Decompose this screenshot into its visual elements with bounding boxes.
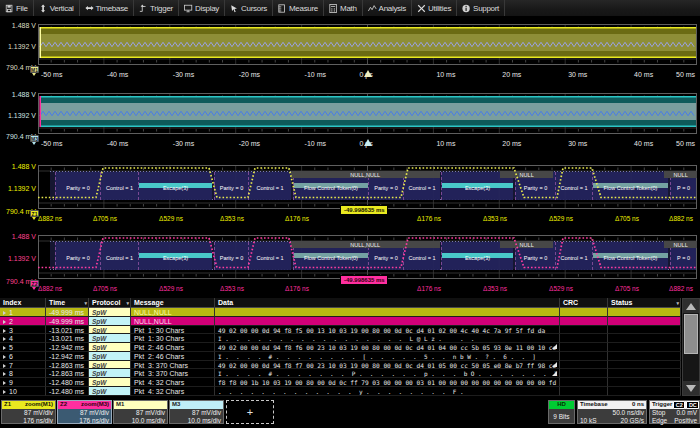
more-data-icon xyxy=(552,362,557,367)
column-header-time[interactable]: Time▾ xyxy=(46,298,89,308)
decode-segment-label: Control = 1 xyxy=(251,185,290,191)
hd-mode-box[interactable]: HD9 Bits xyxy=(548,400,575,424)
trace-badge-Z1[interactable]: Z1 xyxy=(30,210,39,217)
delta-time-label: Δ529 ns xyxy=(549,215,573,223)
x-axis-label: 40 ms xyxy=(634,140,653,148)
timebase-offset: 0 ns xyxy=(632,401,644,409)
plot-area-z1[interactable]: Parity = 0Control = 1Escape(3)Parity = 0… xyxy=(38,165,697,209)
sort-arrow-icon[interactable]: ▾ xyxy=(126,298,129,308)
x-axis-label: -30 ms xyxy=(173,71,194,79)
decode-segment[interactable]: Control = 1 xyxy=(555,172,592,200)
expand-row-icon[interactable] xyxy=(3,320,6,324)
table-row[interactable]: 5-12.942 msSpWPkt 2: 46 Chars49 02 00 00… xyxy=(0,343,681,352)
y-axis-label: 1.1392 V xyxy=(0,112,36,119)
analysis-icon xyxy=(368,4,377,13)
scroll-up-button[interactable] xyxy=(683,299,699,313)
delta-time-label: Δ882 ns xyxy=(38,285,62,293)
decode-segment[interactable]: Control = 1 xyxy=(248,242,291,270)
expand-row-icon[interactable] xyxy=(3,390,6,394)
scroll-down-button[interactable] xyxy=(683,381,699,395)
column-header-data[interactable]: Data xyxy=(215,298,560,308)
decode-segment[interactable]: Escape(3) xyxy=(138,242,212,270)
decode-segment[interactable]: Flow Control Token(0) xyxy=(592,172,668,200)
trigger-icon xyxy=(139,4,148,13)
cell-protocol: SpW xyxy=(89,334,131,343)
delta-time-label: Δ705 ns xyxy=(615,215,639,223)
delta-time-label: Δ176 ns xyxy=(285,285,309,293)
expand-row-icon[interactable] xyxy=(3,372,6,376)
descriptor-box-M3[interactable]: M387 mV/div10.0 ms/div xyxy=(169,400,224,424)
expand-row-icon[interactable] xyxy=(3,381,6,385)
cell-status xyxy=(608,317,681,326)
cell-data: I . . . . . . . . . . . . . . . . . L @ … xyxy=(215,334,560,343)
expand-row-icon[interactable] xyxy=(3,346,6,350)
expand-row-icon[interactable] xyxy=(3,311,6,315)
delta-time-label: Δ176 ns xyxy=(417,215,441,223)
decode-segment[interactable]: Control = 1 xyxy=(100,172,138,200)
hd-mode-title: HD xyxy=(557,401,566,409)
column-header-crc[interactable]: CRC xyxy=(560,298,608,308)
plot-area-m1[interactable] xyxy=(38,24,697,65)
descriptor-hscale: 10.0 ms/div xyxy=(116,417,165,425)
x-axis-label: -10 ms xyxy=(305,71,326,79)
sort-arrow-icon[interactable]: ▾ xyxy=(676,298,679,308)
descriptor-box-Z2[interactable]: Z2zoom(M3)87 mV/div176 ns/div xyxy=(57,400,112,424)
trace-badge-M1[interactable]: M1 xyxy=(30,66,39,73)
trace-badge-M3[interactable]: M3 xyxy=(30,135,39,142)
descriptor-title: Z2 xyxy=(60,401,67,409)
table-row[interactable]: 1-49.999 msSpWNULL,NULL xyxy=(0,308,681,317)
descriptor-body: 87 mV/div10.0 ms/div xyxy=(170,409,223,424)
add-trace-tile[interactable]: + xyxy=(226,400,274,424)
expand-row-icon[interactable] xyxy=(3,364,6,368)
sort-arrow-icon[interactable]: ▾ xyxy=(84,298,87,308)
delta-time-label: Δ353 ns xyxy=(483,215,507,223)
decode-segment[interactable]: Parity = 0 xyxy=(55,242,100,270)
trigger-title: Trigger xyxy=(652,401,672,409)
decode-segment[interactable]: Parity = 0 xyxy=(55,172,100,200)
cell-time: -12.942 ms xyxy=(46,343,89,352)
table-row[interactable]: 7-12.863 msSpWPkt 3: 370 Chars49 02 00 0… xyxy=(0,361,681,370)
table-row[interactable]: 4-13.021 msSpWPkt 1: 30 CharsI . . . . .… xyxy=(0,334,681,343)
cursor-readout[interactable]: -49.998635 ms xyxy=(340,205,388,215)
expand-row-icon[interactable] xyxy=(3,329,6,333)
decode-segment[interactable]: Escape(3) xyxy=(138,172,212,200)
column-header-status[interactable]: Status▾ xyxy=(608,298,681,308)
menu-item-label: Analysis xyxy=(379,4,406,13)
cursor-readout[interactable]: -49.998635 ms xyxy=(340,275,388,285)
decode-segment[interactable]: Control = 1 xyxy=(100,242,138,270)
cell-data: f8 f8 00 1b 10 03 19 00 80 00 0d 0c ff 7… xyxy=(215,378,560,387)
trigger-body: Stop0.0 mVEdgePositive xyxy=(650,409,699,424)
scroll-thumb[interactable] xyxy=(684,314,698,354)
timebase-box[interactable]: Timebase0 ns50.0 ns/div10 kS20 GS/s xyxy=(577,400,647,424)
plot-area-z2[interactable]: Parity = 0Control = 1Escape(3)Parity = 0… xyxy=(38,235,697,279)
column-header-label: Status xyxy=(611,299,632,306)
trace-badge-Z2[interactable]: Z2 xyxy=(30,280,39,287)
table-row[interactable]: 8-12.863 msSpWPkt 3: 370 CharsI . . . . … xyxy=(0,369,681,378)
cell-time: -12.863 ms xyxy=(46,369,89,378)
column-header-index[interactable]: Index xyxy=(0,298,46,308)
table-scrollbar[interactable] xyxy=(682,298,700,396)
decode-segment-label: Parity = 0 xyxy=(518,255,554,261)
decode-segment-label: Control = 1 xyxy=(557,185,590,191)
table-row[interactable]: 3-13.021 msSpWPkt 1: 30 Chars49 02 00 00… xyxy=(0,326,681,335)
column-header-protocol[interactable]: Protocol▾ xyxy=(89,298,131,308)
decode-segment[interactable]: Parity = 0 xyxy=(214,242,248,270)
table-row[interactable]: 2-49.999 msSpWNULL,NULL xyxy=(0,317,681,326)
trigger-box[interactable]: TriggerC2DCStop0.0 mVEdgePositive xyxy=(649,400,700,424)
cell-status xyxy=(608,369,681,378)
descriptor-box-M1[interactable]: M187 mV/div10.0 ms/div xyxy=(113,400,168,424)
descriptor-box-Z1[interactable]: Z1zoom(M1)87 mV/div176 ns/div xyxy=(1,400,56,424)
decode-segment[interactable]: Parity = 0 xyxy=(214,172,248,200)
decode-segment[interactable]: Control = 1 xyxy=(555,242,592,270)
descriptor-title: Z1 xyxy=(4,401,11,409)
decode-segment[interactable]: Flow Control Token(0) xyxy=(592,242,668,270)
expand-row-icon[interactable] xyxy=(3,337,6,341)
table-row[interactable]: 10-12.480 msSpWPkt 4: 32 Chars. . . . . … xyxy=(0,387,681,396)
decode-segment-label: Escape(3) xyxy=(445,185,510,191)
plot-area-m3[interactable] xyxy=(38,93,697,134)
expand-row-icon[interactable] xyxy=(3,355,6,359)
column-header-message[interactable]: Message xyxy=(131,298,215,308)
table-row[interactable]: 9-12.480 msSpWPkt 4: 32 Charsf8 f8 00 1b… xyxy=(0,378,681,387)
table-row[interactable]: 6-12.942 msSpWPkt 2: 46 CharsI . . . . #… xyxy=(0,352,681,361)
decode-segment[interactable]: Control = 1 xyxy=(248,172,291,200)
